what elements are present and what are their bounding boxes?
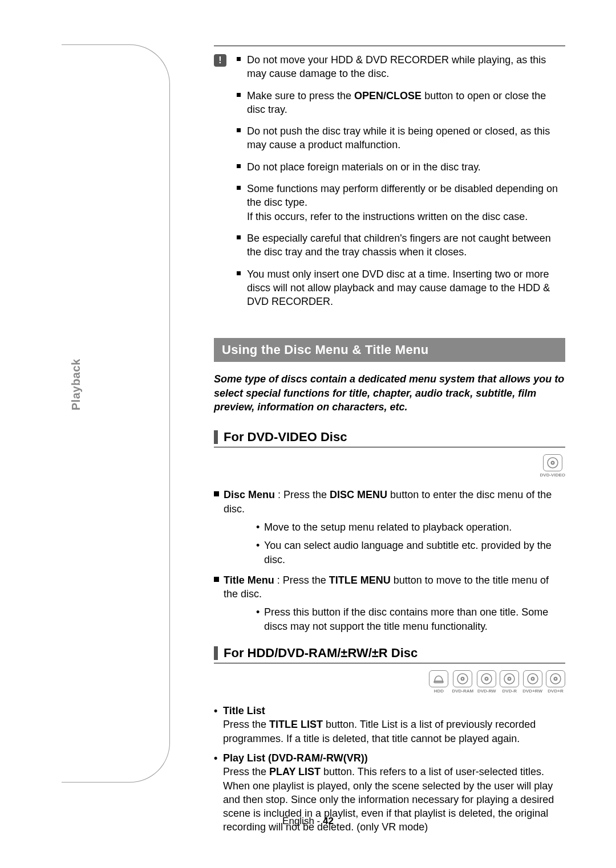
disc-icon: DVD-VIDEO <box>540 454 565 478</box>
footer-language: English <box>282 816 314 826</box>
disc-menu-sublist: Move to the setup menu related to playba… <box>256 520 565 567</box>
caution-icon: ! <box>214 54 226 67</box>
side-section-label: Playback <box>70 358 83 410</box>
caution-item: Some functions may perform differently o… <box>237 182 565 223</box>
hdd-icon: HDD <box>429 670 448 694</box>
svg-point-15 <box>532 678 533 680</box>
subheading-text: For DVD-VIDEO Disc <box>224 430 347 445</box>
left-tab-outline <box>62 44 170 783</box>
disc-icon: DVD+RW <box>522 670 542 694</box>
disc-menu-item: Disc Menu : Press the DISC MENU button t… <box>214 488 565 516</box>
section-banner: Using the Disc Menu & Title Menu <box>214 338 565 362</box>
title-menu-sublist: Press this button if the disc contains m… <box>256 605 565 633</box>
disc-type-icons-1: DVD-VIDEO <box>214 454 565 478</box>
page-footer: English - 42 <box>0 816 616 827</box>
svg-point-2 <box>552 462 553 464</box>
caution-item: Be especially careful that children's fi… <box>237 231 565 259</box>
intro-paragraph: Some type of discs contain a dedicated m… <box>214 372 565 414</box>
caution-item: Do not push the disc tray while it is be… <box>237 124 565 152</box>
top-divider <box>214 46 565 46</box>
footer-page-number: 42 <box>323 816 334 826</box>
subheading-bar <box>214 646 218 660</box>
svg-point-6 <box>462 678 464 680</box>
list-item: Press this button if the disc contains m… <box>256 605 565 633</box>
caution-list: Do not move your HDD & DVD RECORDER whil… <box>237 53 565 316</box>
subheading-dvd-video: For DVD-VIDEO Disc <box>214 430 565 447</box>
disc-type-icons-2: HDDDVD-RAMDVD-RWDVD-RDVD+RWDVD+R <box>214 670 565 694</box>
disc-icon: DVD-RAM <box>452 670 473 694</box>
svg-point-18 <box>555 678 557 680</box>
subheading-text: For HDD/DVD-RAM/±RW/±R Disc <box>224 646 418 661</box>
disc-icon: DVD+R <box>546 670 565 694</box>
caution-item: Do not move your HDD & DVD RECORDER whil… <box>237 53 565 81</box>
disc-icon: DVD-R <box>500 670 519 694</box>
disc-icon: DVD-RW <box>477 670 496 694</box>
caution-item: Make sure to press the OPEN/CLOSE button… <box>237 89 565 117</box>
square-bullet-icon <box>214 491 219 496</box>
list-item: Title ListPress the TITLE LIST button. T… <box>214 704 565 745</box>
list-section-2: Title ListPress the TITLE LIST button. T… <box>214 704 565 834</box>
svg-point-12 <box>509 678 510 680</box>
caution-item: You must only insert one DVD disc at a t… <box>237 267 565 309</box>
subheading-hdd-dvd: For HDD/DVD-RAM/±RW/±R Disc <box>214 646 565 663</box>
list-item: Move to the setup menu related to playba… <box>256 520 565 534</box>
caution-item: Do not place foreign materials on or in … <box>237 160 565 174</box>
svg-point-9 <box>486 678 488 680</box>
subheading-bar <box>214 430 218 444</box>
square-bullet-icon <box>214 577 219 582</box>
list-item: You can select audio language and subtit… <box>256 539 565 567</box>
title-menu-item: Title Menu : Press the TITLE MENU button… <box>214 573 565 601</box>
